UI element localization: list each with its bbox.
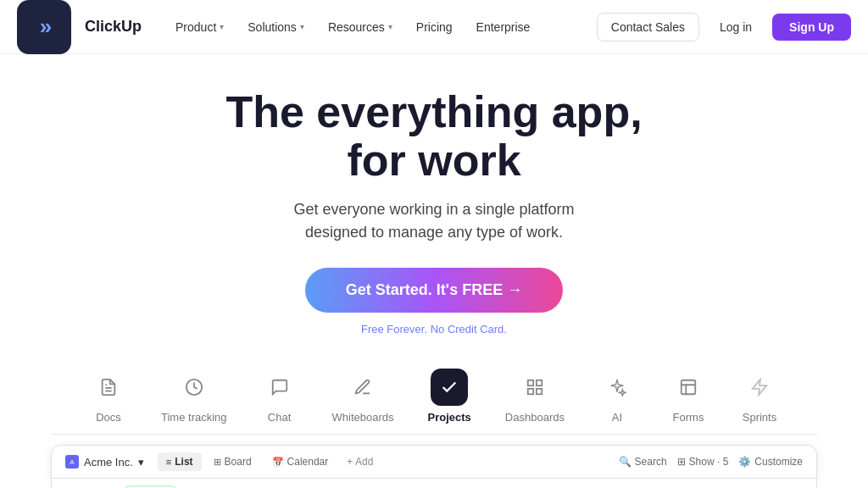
- hero-section: The everything app, for work Get everyon…: [0, 54, 868, 353]
- chevron-down-icon: ▾: [300, 22, 304, 31]
- tab-docs[interactable]: Docs: [73, 362, 144, 434]
- calendar-view-tab[interactable]: 📅 Calendar: [264, 452, 337, 471]
- cta-button[interactable]: Get Started. It's FREE →: [305, 268, 563, 313]
- nav-solutions[interactable]: Solutions ▾: [237, 15, 314, 39]
- workspace-selector[interactable]: A Acme Inc. ▾: [65, 455, 144, 469]
- tab-forms[interactable]: Forms: [653, 362, 724, 434]
- login-button[interactable]: Log in: [706, 14, 765, 41]
- tab-projects[interactable]: Projects: [411, 362, 488, 434]
- preview-home-row: ⌂ Home Ready: [51, 479, 817, 488]
- gear-icon: ⚙️: [738, 456, 751, 468]
- search-action[interactable]: 🔍 Search: [619, 456, 667, 468]
- board-icon: ⊞: [214, 457, 221, 468]
- add-view-button[interactable]: + Add: [340, 452, 380, 471]
- nav-links: Product ▾ Solutions ▾ Resources ▾ Pricin…: [165, 15, 597, 39]
- preview-toolbar: A Acme Inc. ▾ ≡ List ⊞ Board 📅 Calendar …: [51, 445, 817, 479]
- signup-button[interactable]: Sign Up: [772, 14, 851, 41]
- tab-whiteboards[interactable]: Whiteboards: [315, 362, 411, 434]
- svg-rect-6: [528, 389, 533, 394]
- list-view-tab[interactable]: ≡ List: [158, 452, 202, 471]
- hero-subtext: Get everyone working in a single platfor…: [17, 198, 851, 244]
- nav-enterprise[interactable]: Enterprise: [466, 15, 541, 39]
- svg-rect-7: [682, 380, 696, 395]
- nav-actions: Contact Sales Log in Sign Up: [597, 13, 851, 42]
- logo-icon: »: [40, 14, 48, 40]
- workspace-icon: A: [65, 455, 79, 469]
- search-icon: 🔍: [619, 456, 632, 468]
- projects-icon: [431, 369, 468, 406]
- chevron-down-icon: ▾: [220, 22, 224, 31]
- svg-rect-3: [528, 380, 533, 385]
- whiteboards-icon: [344, 369, 381, 406]
- tab-dashboards[interactable]: Dashboards: [488, 362, 581, 434]
- chat-icon: [261, 369, 298, 406]
- sprints-icon: [741, 369, 778, 406]
- show-icon: ⊞: [677, 456, 686, 468]
- dashboards-icon: [516, 369, 554, 406]
- nav-pricing[interactable]: Pricing: [406, 15, 463, 39]
- list-icon: ≡: [166, 457, 171, 467]
- docs-icon: [90, 369, 127, 406]
- customize-action[interactable]: ⚙️ Customize: [738, 456, 803, 468]
- tab-time-tracking[interactable]: Time tracking: [144, 362, 244, 434]
- view-tabs: ≡ List ⊞ Board 📅 Calendar + Add: [158, 452, 605, 471]
- chevron-down-icon: ▾: [388, 22, 392, 31]
- nav-resources[interactable]: Resources ▾: [318, 15, 403, 39]
- cta-subtext: Free Forever. No Credit Card.: [361, 323, 507, 336]
- calendar-icon: 📅: [272, 457, 284, 468]
- brand-name: ClickUp: [85, 18, 142, 36]
- tab-chat[interactable]: Chat: [244, 362, 315, 434]
- tab-ai[interactable]: AI: [581, 362, 653, 434]
- show-action[interactable]: ⊞ Show · 5: [677, 456, 729, 468]
- time-tracking-icon: [175, 369, 213, 406]
- preview-actions: 🔍 Search ⊞ Show · 5 ⚙️ Customize: [619, 456, 803, 468]
- logo[interactable]: »: [17, 0, 71, 54]
- nav-product[interactable]: Product ▾: [165, 15, 234, 39]
- feature-tabs: Docs Time tracking Chat Whiteboards: [51, 353, 817, 435]
- ai-icon: [598, 369, 636, 406]
- board-view-tab[interactable]: ⊞ Board: [205, 452, 260, 471]
- navbar: » ClickUp Product ▾ Solutions ▾ Resource…: [0, 0, 868, 54]
- contact-sales-button[interactable]: Contact Sales: [597, 13, 699, 42]
- hero-headline: The everything app, for work: [17, 88, 851, 185]
- svg-rect-5: [537, 389, 542, 394]
- forms-icon: [670, 369, 707, 406]
- chevron-down-icon: ▾: [138, 456, 144, 469]
- svg-rect-4: [537, 380, 542, 385]
- tab-sprints[interactable]: Sprints: [724, 362, 795, 434]
